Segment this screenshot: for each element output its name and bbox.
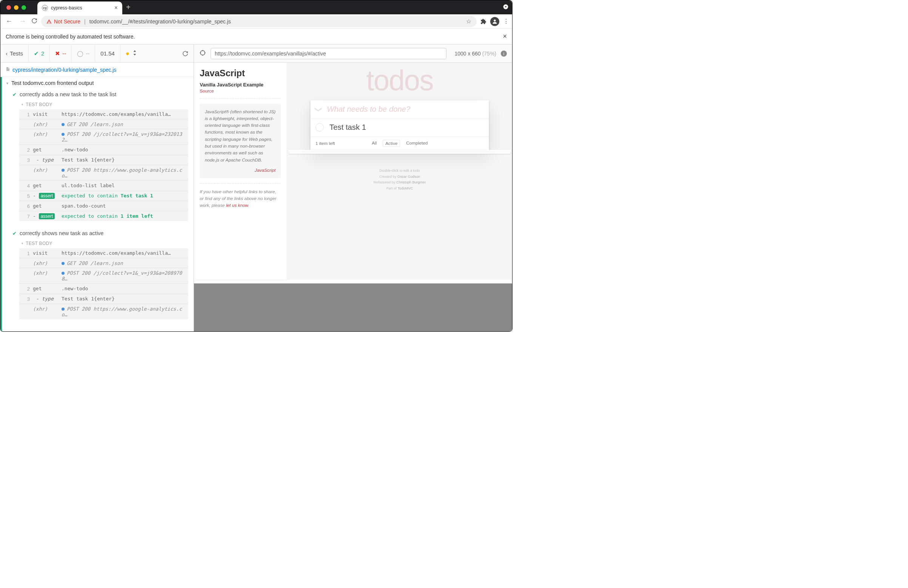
command-log: 1visithttps://todomvc.com/examples/vanil…: [19, 248, 188, 319]
learn-heading: JavaScript: [200, 68, 281, 79]
new-tab-button[interactable]: +: [126, 3, 130, 12]
forward-button[interactable]: →: [18, 16, 27, 27]
command-row[interactable]: (xhr)GET 200 /learn.json: [19, 259, 188, 268]
command-row[interactable]: 2get.new-todo: [19, 145, 188, 155]
source-link[interactable]: Source: [200, 88, 281, 93]
test-row[interactable]: ✔ correctly adds a new task to the task …: [2, 89, 193, 100]
tests-back-button[interactable]: ‹ Tests: [0, 45, 29, 62]
command-row[interactable]: (xhr)POST 200 https://www.google-analyti…: [19, 304, 188, 319]
command-row[interactable]: 4getul.todo-list label: [19, 181, 188, 191]
command-name: (xhr): [30, 306, 58, 312]
command-row[interactable]: 1visithttps://todomvc.com/examples/vanil…: [19, 248, 188, 259]
command-row[interactable]: (xhr)POST 200 /j/collect?v=1&_v=j93&a=20…: [19, 268, 188, 284]
command-row[interactable]: 6getspan.todo-count: [19, 201, 188, 211]
aut-url-text: https://todomvc.com/examples/vanillajs/#…: [215, 51, 326, 56]
command-number: 4: [23, 183, 30, 189]
command-number: 5: [23, 193, 30, 199]
maximize-window-button[interactable]: [21, 5, 26, 10]
chrome-dropdown-icon[interactable]: [503, 4, 508, 11]
command-row[interactable]: 2get.new-todo: [19, 284, 188, 294]
todo-label[interactable]: Test task 1: [330, 123, 366, 132]
bookmark-star-icon[interactable]: ☆: [466, 18, 472, 25]
address-bar: ← → Not Secure | todomvc.com/__/#/tests/…: [0, 14, 512, 29]
info-bar-close-button[interactable]: ×: [503, 32, 507, 40]
reload-button[interactable]: [31, 18, 37, 25]
todos-title: todos: [287, 66, 512, 94]
new-todo-input[interactable]: What needs to be done?: [327, 105, 410, 114]
command-number: 7: [23, 213, 30, 219]
command-row[interactable]: 3- typeTest task 1{enter}: [19, 294, 188, 304]
credit-link[interactable]: Christoph Burgmer: [396, 180, 426, 184]
command-message: expected to contain Test task 1: [58, 193, 185, 198]
viewport-dims[interactable]: 1000 x 660 (75%): [454, 51, 496, 56]
command-number: 2: [23, 286, 30, 292]
learn-sidebar: JavaScript Vanilla JavaScript Example So…: [194, 63, 287, 280]
command-name: visit: [30, 111, 58, 117]
divider: [200, 98, 281, 99]
command-number: 2: [23, 147, 30, 153]
expand-icon[interactable]: [132, 50, 137, 56]
aut-pane: https://todomvc.com/examples/vanillajs/#…: [194, 45, 512, 332]
command-message: span.todo-count: [58, 203, 185, 209]
omnibox[interactable]: Not Secure | todomvc.com/__/#/tests/inte…: [41, 16, 477, 27]
command-message: POST 200 /j/collect?v=1&_v=j93&a=2089708…: [58, 270, 185, 282]
info-bar-text: Chrome is being controlled by automated …: [6, 34, 135, 40]
url-separator: |: [84, 18, 86, 24]
info-icon[interactable]: i: [501, 51, 507, 56]
filter-all[interactable]: All: [369, 140, 379, 147]
chrome-menu-button[interactable]: ⋮: [503, 18, 508, 25]
restart-button[interactable]: [177, 45, 193, 62]
minimize-window-button[interactable]: [14, 5, 18, 10]
command-message: POST 200 /j/collect?v=1&_v=j93&a=2320132…: [58, 131, 185, 143]
command-row[interactable]: 5- assertexpected to contain Test task 1: [19, 191, 188, 201]
command-message: https://todomvc.com/examples/vanilla…: [58, 250, 185, 256]
command-row[interactable]: (xhr)POST 200 /j/collect?v=1&_v=j93&a=23…: [19, 129, 188, 145]
todo-toggle[interactable]: [316, 123, 324, 132]
profile-avatar-icon[interactable]: [490, 17, 499, 26]
command-row[interactable]: 7- assertexpected to contain 1 item left: [19, 211, 188, 221]
not-secure-badge[interactable]: Not Secure: [47, 18, 80, 24]
not-secure-label: Not Secure: [54, 18, 80, 24]
extensions-icon[interactable]: [480, 18, 486, 24]
aut-header: https://todomvc.com/examples/vanillajs/#…: [194, 45, 512, 63]
command-number: 6: [23, 203, 30, 209]
command-row[interactable]: (xhr)GET 200 /learn.json: [19, 120, 188, 129]
toggle-all-icon[interactable]: ❯: [314, 106, 323, 112]
close-window-button[interactable]: [6, 5, 11, 10]
aut-body: JavaScript Vanilla JavaScript Example So…: [194, 63, 512, 332]
back-button[interactable]: ←: [4, 16, 14, 27]
check-icon: ✔: [13, 92, 17, 97]
test-body-label[interactable]: ▾ TEST BODY: [2, 100, 193, 110]
browser-tab[interactable]: cy cypress-basics ×: [37, 2, 122, 14]
aut-url[interactable]: https://todomvc.com/examples/vanillajs/#…: [211, 48, 446, 59]
credit-link[interactable]: Oscar Godson: [398, 174, 420, 178]
command-row[interactable]: 3- typeTest task 1{enter}: [19, 155, 188, 165]
test-body-label[interactable]: ▾ TEST BODY: [2, 238, 193, 248]
filter-completed[interactable]: Completed: [404, 140, 430, 147]
new-todo-row: ❯ What needs to be done?: [310, 100, 489, 119]
test-row[interactable]: ✔ correctly shows new task as active: [2, 228, 193, 238]
command-message: ul.todo-list label: [58, 183, 185, 188]
command-row[interactable]: 1visithttps://todomvc.com/examples/vanil…: [19, 110, 188, 120]
let-us-know-link[interactable]: let us know: [226, 203, 248, 208]
tab-close-button[interactable]: ×: [114, 5, 118, 11]
command-row[interactable]: (xhr)POST 200 https://www.google-analyti…: [19, 165, 188, 181]
quote-attribution[interactable]: JavaScript: [205, 167, 276, 174]
todo-footer: 1 item left All Active Completed: [310, 137, 489, 150]
command-name: (xhr): [30, 260, 58, 266]
suite-row[interactable]: ▾ Test todomvc.com frontend output: [2, 77, 193, 89]
header-spacer: ●: [121, 45, 177, 62]
helper-text: If you have other helpful links to share…: [200, 189, 281, 209]
learn-subtitle: Vanilla JavaScript Example: [200, 82, 281, 87]
credits: Double-click to edit a todo Created by O…: [287, 168, 512, 191]
credit-link[interactable]: TodoMVC: [398, 187, 413, 190]
command-message: .new-todo: [58, 147, 185, 153]
failed-count: --: [62, 50, 66, 56]
file-icon: [6, 66, 10, 73]
command-name: get: [30, 147, 58, 153]
spec-file-bar[interactable]: cypress/integration/0-lurking/sample_spe…: [0, 63, 193, 77]
filter-active[interactable]: Active: [383, 140, 400, 147]
selector-playground-button[interactable]: [199, 50, 206, 58]
command-name: (xhr): [30, 131, 58, 137]
command-message: .new-todo: [58, 286, 185, 292]
